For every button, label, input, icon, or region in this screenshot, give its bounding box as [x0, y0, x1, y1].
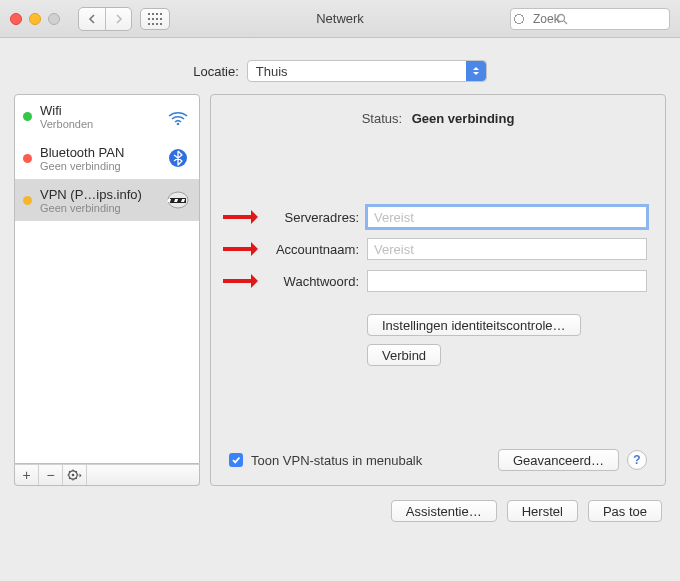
sidebar-footer: + −: [14, 464, 200, 486]
show-vpn-menubar-label: Toon VPN-status in menubalk: [251, 453, 422, 468]
svg-rect-1: [152, 13, 154, 15]
password-row: Wachtwoord:: [229, 270, 647, 292]
svg-rect-9: [152, 23, 154, 25]
window-controls: [10, 13, 60, 25]
svg-rect-10: [156, 23, 158, 25]
status-dot-icon: [23, 196, 32, 205]
password-label: Wachtwoord:: [229, 274, 359, 289]
status-dot-icon: [23, 112, 32, 121]
svg-point-22: [71, 474, 74, 477]
show-all-button[interactable]: [140, 8, 170, 30]
search-input[interactable]: [510, 8, 670, 30]
add-network-button[interactable]: +: [15, 465, 39, 485]
search-wrap: [510, 8, 670, 30]
connect-button[interactable]: Verbind: [367, 344, 441, 366]
vpn-icon: [165, 191, 191, 209]
account-name-input[interactable]: [367, 238, 647, 260]
assist-button[interactable]: Assistentie…: [391, 500, 497, 522]
sidebar-item-bluetooth[interactable]: Bluetooth PAN Geen verbinding: [15, 137, 199, 179]
location-row: Locatie: Thuis: [0, 38, 680, 94]
network-list: Wifi Verbonden Bluetooth PAN Geen verbin…: [14, 94, 200, 464]
sidebar-footer-spacer: [87, 465, 199, 485]
titlebar: Netwerk: [0, 0, 680, 38]
list-item-name: Bluetooth PAN: [40, 145, 165, 160]
password-input[interactable]: [367, 270, 647, 292]
svg-rect-6: [156, 18, 158, 20]
account-row: Accountnaam:: [229, 238, 647, 260]
server-label: Serveradres:: [229, 210, 359, 225]
svg-line-30: [69, 478, 70, 479]
sidebar-item-vpn[interactable]: VPN (P…ips.info) Geen verbinding: [15, 179, 199, 221]
list-item-name: Wifi: [40, 103, 165, 118]
status-dot-icon: [23, 154, 32, 163]
server-address-input[interactable]: [367, 206, 647, 228]
chevron-updown-icon: [466, 61, 486, 81]
network-actions-menu[interactable]: [63, 465, 87, 485]
details-pane: Status: Geen verbinding Serveradres: Acc…: [210, 94, 666, 486]
sidebar-item-wifi[interactable]: Wifi Verbonden: [15, 95, 199, 137]
auth-settings-button[interactable]: Instellingen identiteitscontrole…: [367, 314, 581, 336]
remove-network-button[interactable]: −: [39, 465, 63, 485]
bluetooth-icon: [165, 148, 191, 168]
maximize-window-button: [48, 13, 60, 25]
help-button[interactable]: ?: [627, 450, 647, 470]
status-value: Geen verbinding: [412, 111, 515, 126]
minimize-window-button[interactable]: [29, 13, 41, 25]
form-button-stack: Instellingen identiteitscontrole… Verbin…: [367, 314, 647, 366]
footer-buttons: Assistentie… Herstel Pas toe: [0, 486, 680, 522]
status-label: Status:: [362, 111, 402, 126]
grid-icon: [148, 13, 162, 25]
svg-rect-11: [160, 23, 162, 25]
list-item-status: Geen verbinding: [40, 160, 165, 172]
svg-rect-3: [160, 13, 162, 15]
list-item-status: Geen verbinding: [40, 202, 165, 214]
svg-rect-2: [156, 13, 158, 15]
revert-button[interactable]: Herstel: [507, 500, 578, 522]
forward-button[interactable]: [105, 8, 131, 30]
svg-line-27: [69, 471, 70, 472]
wifi-icon: [165, 107, 191, 125]
nav-segmented: [78, 7, 132, 31]
close-window-button[interactable]: [10, 13, 22, 25]
location-value: Thuis: [256, 64, 288, 79]
advanced-button[interactable]: Geavanceerd…: [498, 449, 619, 471]
back-button[interactable]: [79, 8, 105, 30]
details-bottom-row: Toon VPN-status in menubalk Geavanceerd……: [229, 449, 647, 471]
status-row: Status: Geen verbinding: [229, 111, 647, 126]
list-item-name: VPN (P…ips.info): [40, 187, 165, 202]
list-item-status: Verbonden: [40, 118, 165, 130]
svg-line-28: [75, 478, 76, 479]
show-vpn-menubar-checkbox[interactable]: [229, 453, 243, 467]
apply-button[interactable]: Pas toe: [588, 500, 662, 522]
svg-line-29: [75, 471, 76, 472]
svg-rect-8: [148, 23, 150, 25]
main-area: Wifi Verbonden Bluetooth PAN Geen verbin…: [0, 94, 680, 486]
svg-point-14: [177, 123, 180, 125]
svg-rect-0: [148, 13, 150, 15]
svg-rect-4: [148, 18, 150, 20]
gear-icon: [67, 469, 83, 481]
svg-rect-5: [152, 18, 154, 20]
server-row: Serveradres:: [229, 206, 647, 228]
network-sidebar: Wifi Verbonden Bluetooth PAN Geen verbin…: [14, 94, 200, 486]
account-label: Accountnaam:: [229, 242, 359, 257]
location-select[interactable]: Thuis: [247, 60, 487, 82]
location-label: Locatie:: [193, 64, 239, 79]
checkmark-icon: [231, 455, 241, 465]
svg-rect-7: [160, 18, 162, 20]
